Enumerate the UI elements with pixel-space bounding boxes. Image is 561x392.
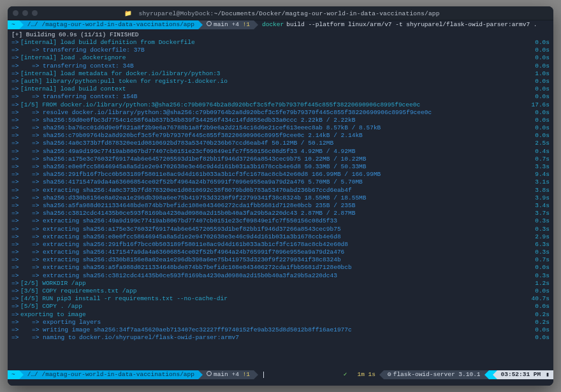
output-duration: 0.0s bbox=[520, 39, 550, 47]
output-message: [internal] load .dockerignore bbox=[20, 54, 520, 62]
branch-label: main +4 bbox=[214, 20, 239, 29]
arrow-icon: => bbox=[11, 163, 20, 171]
arrow-icon: => bbox=[11, 47, 20, 54]
output-duration: 0.4s bbox=[520, 148, 550, 156]
output-duration: 0.3s bbox=[520, 249, 550, 256]
branch-warn: !1 bbox=[243, 20, 250, 29]
arrow-icon: => bbox=[11, 101, 20, 109]
output-line: =>=> sha256:a175e3c76032f69174ab6e645720… bbox=[8, 156, 553, 163]
arrow-icon: => bbox=[11, 256, 20, 264]
arrow-icon: => bbox=[11, 140, 20, 147]
output-line: =>exporting to image0.2s bbox=[8, 311, 553, 319]
output-duration: 3.7s bbox=[520, 210, 550, 217]
output-message: [5/5] COPY . /app bbox=[20, 303, 520, 310]
output-duration: 0.0s bbox=[520, 78, 550, 85]
arrow-icon: => bbox=[11, 334, 20, 342]
window-title-path: ~/Documents/Docker/magtag-our-world-in-d… bbox=[214, 10, 440, 17]
git-branch-icon bbox=[207, 370, 214, 379]
build-header: [+] Building 60.9s (11/11) FINISHED bbox=[8, 31, 553, 39]
chevron-right-icon bbox=[19, 20, 24, 29]
output-duration: 0.0s bbox=[520, 334, 550, 342]
command-args: build --platform linux/arm/v7 -t shyrupa… bbox=[286, 20, 537, 29]
output-message: => sha256:59d0e0fbc3d7754c1c58f6ab837b34… bbox=[32, 117, 520, 124]
arrow-icon: => bbox=[11, 78, 20, 85]
chevron-right-icon bbox=[254, 20, 258, 29]
output-line: =>=> sha256:49a9d199c77419ab8067bd77407c… bbox=[8, 148, 553, 156]
prompt-home-seg: ~ bbox=[8, 20, 19, 29]
arrow-icon: => bbox=[11, 148, 20, 156]
output-message: => transferring context: 34B bbox=[32, 62, 520, 70]
output-line: =>=> extracting sha256:291fb16f7bcc0b503… bbox=[8, 241, 553, 249]
output-line: =>=> extracting sha256:a5fa988d021133464… bbox=[8, 264, 553, 272]
arrow-icon: => bbox=[11, 326, 20, 334]
output-line: =>=> sha256:59d0e0fbc3d7754c1c58f6ab837b… bbox=[8, 117, 553, 124]
output-line: =>=> sha256:c79b09764b2a8d920bcf3c5fe79b… bbox=[8, 132, 553, 140]
output-message: => transferring dockerfile: 37B bbox=[32, 47, 520, 54]
arrow-icon: => bbox=[11, 264, 20, 272]
output-line: =>=> extracting sha256:a175e3c76032f6917… bbox=[8, 226, 553, 233]
command-input[interactable]: docker build --platform linux/arm/v7 -t … bbox=[258, 20, 553, 29]
output-duration: 6.3s bbox=[520, 241, 550, 249]
output-message: => exporting layers bbox=[32, 319, 520, 326]
output-line: =>=> sha256:a5fa988d0211334648bde874bb7b… bbox=[8, 202, 553, 210]
output-message: => extracting sha256:d330b8156e8a02ea1e2… bbox=[32, 256, 520, 264]
output-message: => sha256:d330b8156e8a02ea1e296db398a6ee… bbox=[32, 194, 520, 202]
output-line: =>=> sha256:d330b8156e8a02ea1e296db398a6… bbox=[8, 194, 553, 202]
output-message: [internal] load metadata for docker.io/l… bbox=[20, 70, 520, 78]
arrow-icon: => bbox=[11, 210, 20, 217]
output-duration: 0.0s bbox=[520, 109, 550, 117]
output-duration: 17.6s bbox=[520, 101, 550, 109]
chevron-left-icon bbox=[484, 370, 489, 379]
output-duration: 0.3s bbox=[520, 272, 550, 280]
output-line: =>=> sha256:4a0c373b7fd878320ee1d0810692… bbox=[8, 140, 553, 147]
branch-warn: !1 bbox=[243, 370, 250, 379]
minimize-icon[interactable] bbox=[22, 10, 28, 16]
output-line: =>=> extracting sha256:c3812cdc41435b0ce… bbox=[8, 272, 553, 280]
output-duration: 0.0s bbox=[520, 54, 550, 62]
cursor-icon bbox=[263, 372, 264, 378]
arrow-icon: => bbox=[11, 295, 20, 303]
output-line: =>[5/5] COPY . /app0.0s bbox=[8, 303, 553, 310]
output-duration: 0.0s bbox=[520, 326, 550, 334]
output-line: =>[3/5] COPY requirements.txt /app0.0s bbox=[8, 287, 553, 295]
arrow-icon: => bbox=[11, 233, 20, 241]
arrow-icon: => bbox=[11, 241, 20, 249]
output-duration: 3.4s bbox=[520, 202, 550, 210]
home-icon: ~ bbox=[11, 370, 15, 379]
arrow-icon: => bbox=[11, 178, 20, 186]
output-duration: 3.9s bbox=[520, 194, 550, 202]
terminal-window: 📁 shyruparel@MobyDock:~/Documents/Docker… bbox=[8, 6, 553, 386]
output-duration: 0.2s bbox=[520, 311, 550, 319]
output-message: exporting to image bbox=[20, 311, 520, 319]
output-line: =>=> extracting sha256:e8e0fcc58646945a8… bbox=[8, 233, 553, 241]
zoom-icon[interactable] bbox=[32, 10, 38, 16]
output-message: [4/5] RUN pip3 install -r requirements.t… bbox=[20, 295, 520, 303]
output-duration: 0.0s bbox=[520, 264, 550, 272]
prompt-line-2[interactable]: ~ /…/ /magtag-our-world-in-data-vaccinat… bbox=[8, 370, 553, 379]
terminal-output[interactable]: [+] Building 60.9s (11/11) FINISHED =>[i… bbox=[8, 29, 553, 370]
status-env-label: flask-owid-server 3.10.1 bbox=[393, 370, 481, 379]
arrow-icon: => bbox=[11, 311, 20, 319]
command-input-empty[interactable] bbox=[258, 370, 340, 379]
bottom-padding bbox=[8, 379, 553, 386]
gear-icon bbox=[388, 370, 393, 379]
output-line: =>[internal] load build definition from … bbox=[8, 39, 553, 47]
arrow-icon: => bbox=[11, 217, 20, 225]
status-env: flask-owid-server 3.10.1 bbox=[384, 370, 484, 379]
output-line: =>=> transferring context: 154B0.0s bbox=[8, 93, 553, 101]
arrow-icon: => bbox=[11, 226, 20, 233]
arrow-icon: => bbox=[11, 117, 20, 124]
chevron-right-icon bbox=[254, 370, 258, 379]
output-line: =>=> transferring context: 34B0.0s bbox=[8, 62, 553, 70]
arrow-icon: => bbox=[11, 156, 20, 163]
arrow-icon: => bbox=[11, 287, 20, 295]
arrow-icon: => bbox=[11, 124, 20, 132]
output-line: =>=> extracting sha256:49a9d199c77419ab8… bbox=[8, 217, 553, 225]
close-icon[interactable] bbox=[13, 10, 18, 16]
arrow-icon: => bbox=[11, 62, 20, 70]
arrow-icon: => bbox=[11, 202, 20, 210]
output-line: =>[internal] load metadata for docker.io… bbox=[8, 70, 553, 78]
window-title-userhost: shyruparel@MobyDock: bbox=[139, 10, 214, 17]
prompt-line-1[interactable]: ~ /…/ /magtag-our-world-in-data-vaccinat… bbox=[8, 20, 553, 29]
arrow-icon: => bbox=[11, 93, 20, 101]
